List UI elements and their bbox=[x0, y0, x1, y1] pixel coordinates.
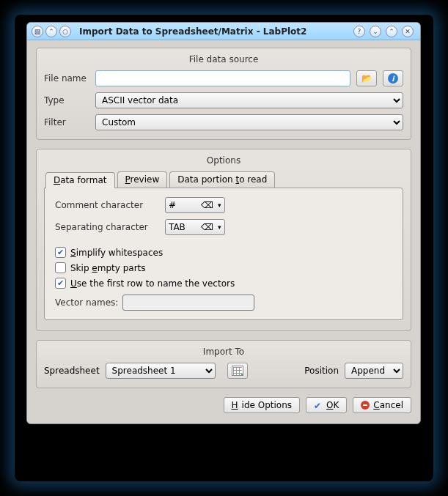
cancel-icon bbox=[361, 401, 370, 410]
table-add-icon bbox=[232, 366, 243, 376]
checkbox-simplify[interactable] bbox=[55, 247, 66, 258]
browse-button[interactable]: 📂 bbox=[356, 70, 377, 86]
label-comment-char: Comment character bbox=[55, 200, 165, 210]
help-icon[interactable]: ? bbox=[353, 26, 365, 37]
group-import-to: Import To Spreadsheet Spreadsheet 1 Posi… bbox=[36, 340, 411, 388]
tab-data-format[interactable]: DData formatata format bbox=[45, 172, 115, 188]
dialog-window: ▧ ⌃ ○ Import Data to Spreadsheet/Matrix … bbox=[26, 22, 421, 424]
hide-options-button[interactable]: Hide OptionsHide Options bbox=[224, 397, 300, 413]
comment-char-select[interactable]: # ⌫ ▾ bbox=[165, 197, 225, 213]
sep-char-value: TAB bbox=[169, 222, 197, 232]
group-title-options: Options bbox=[44, 155, 403, 166]
comment-char-value: # bbox=[169, 200, 197, 210]
label-spreadsheet: Spreadsheet bbox=[44, 366, 100, 376]
label-vector-names: Vector names: bbox=[55, 297, 122, 308]
label-simplify: Simplify whitespacesSimplify whitespaces bbox=[70, 248, 163, 258]
folder-open-icon: 📂 bbox=[361, 73, 372, 84]
label-position: Position bbox=[304, 366, 339, 376]
group-title-importto: Import To bbox=[44, 347, 403, 357]
clear-icon: ⌫ bbox=[201, 200, 213, 210]
ontop-icon[interactable]: ○ bbox=[59, 26, 71, 37]
chevron-down-icon: ▾ bbox=[218, 201, 221, 209]
sep-char-select[interactable]: TAB ⌫ ▾ bbox=[165, 219, 225, 235]
group-file-source: File data source File name 📂 i Type ASCI… bbox=[36, 48, 411, 140]
close-icon[interactable]: ✕ bbox=[402, 26, 414, 37]
tab-data-portion[interactable]: Data portion to readData portion to read bbox=[169, 171, 275, 188]
file-path-input[interactable] bbox=[95, 70, 350, 86]
label-skip-empty: Skip empty partsSkip empty parts bbox=[70, 263, 146, 273]
filter-select[interactable]: Custom bbox=[95, 114, 403, 130]
rollup-icon[interactable]: ⌃ bbox=[45, 26, 57, 37]
file-info-button[interactable]: i bbox=[383, 70, 403, 86]
position-select[interactable]: Append bbox=[345, 363, 403, 379]
minimize-icon[interactable]: ⌄ bbox=[370, 26, 381, 37]
group-title-source: File data source bbox=[44, 54, 403, 64]
vector-names-input bbox=[122, 295, 254, 311]
clear-icon: ⌫ bbox=[201, 222, 213, 232]
tab-body-data-format: Comment character # ⌫ ▾ Separating chara… bbox=[44, 188, 403, 320]
spreadsheet-select[interactable]: Spreadsheet 1 bbox=[106, 363, 216, 379]
window-title: Import Data to Spreadsheet/Matrix - LabP… bbox=[79, 26, 353, 37]
button-bar: Hide OptionsHide Options OKOK CancelCanc… bbox=[36, 397, 411, 413]
info-icon: i bbox=[388, 73, 398, 84]
group-options: Options DData formatata format PreviewPr… bbox=[36, 149, 411, 331]
label-type: Type bbox=[44, 95, 95, 106]
type-select[interactable]: ASCII vector data bbox=[95, 92, 403, 108]
title-bar: ▧ ⌃ ○ Import Data to Spreadsheet/Matrix … bbox=[27, 23, 420, 40]
ok-button[interactable]: OKOK bbox=[306, 397, 347, 413]
cancel-button[interactable]: CancelCancel bbox=[353, 397, 411, 413]
checkbox-skip-empty[interactable] bbox=[55, 262, 66, 273]
menu-icon[interactable]: ▧ bbox=[32, 26, 43, 37]
options-tabs: DData formatata format PreviewPreview Da… bbox=[45, 171, 403, 188]
add-spreadsheet-button[interactable] bbox=[227, 363, 248, 379]
label-filter: Filter bbox=[44, 117, 95, 127]
maximize-icon[interactable]: ⌃ bbox=[386, 26, 397, 37]
checkbox-first-row[interactable] bbox=[55, 278, 66, 289]
tab-preview[interactable]: PreviewPreview bbox=[117, 171, 168, 188]
check-icon bbox=[314, 401, 323, 410]
label-first-row: Use the first row to name the vectorsUse… bbox=[70, 278, 235, 289]
chevron-down-icon: ▾ bbox=[218, 223, 221, 231]
label-sep-char: Separating character bbox=[55, 222, 165, 232]
label-file-name: File name bbox=[44, 73, 95, 84]
